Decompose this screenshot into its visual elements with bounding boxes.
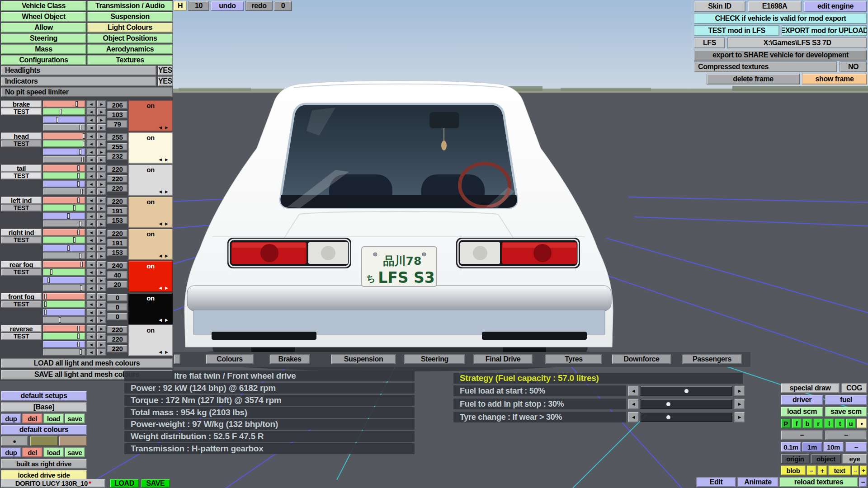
- history-count-value[interactable]: 0: [274, 1, 292, 11]
- light-test-button[interactable]: TEST: [1, 204, 42, 211]
- text-plus-button[interactable]: +: [860, 465, 867, 475]
- light-on-label[interactable]: on: [129, 262, 172, 270]
- light-name-brake[interactable]: brake: [1, 100, 42, 108]
- light-colour-swatch[interactable]: on◄►: [128, 261, 173, 292]
- light-on-label[interactable]: on: [129, 326, 172, 334]
- light-colour-swatch[interactable]: on◄►: [128, 164, 173, 196]
- step-right-button[interactable]: ►: [97, 172, 106, 179]
- default-setups-button[interactable]: default setups: [1, 391, 87, 401]
- slider-knob[interactable]: [44, 301, 47, 307]
- step-left-button[interactable]: ◄: [86, 132, 96, 140]
- swatch-cycle-arrows[interactable]: ◄►: [158, 157, 170, 162]
- light-slider-m[interactable]: [43, 156, 85, 163]
- light-value-g[interactable]: 103: [107, 111, 127, 118]
- light-slider-m[interactable]: [43, 348, 85, 356]
- light-colour-swatch[interactable]: on◄►: [128, 229, 173, 260]
- slider-knob[interactable]: [77, 165, 80, 171]
- redo-button[interactable]: redo: [245, 1, 273, 11]
- flag-button-r[interactable]: r: [813, 418, 823, 428]
- tab-steering[interactable]: Steering: [404, 354, 465, 364]
- step-left-button[interactable]: ◄: [86, 252, 96, 259]
- light-slider-g[interactable]: [43, 172, 85, 179]
- step-left-button[interactable]: ◄: [86, 341, 96, 348]
- grid-size-[interactable]: –: [845, 442, 867, 452]
- eye-button[interactable]: eye: [842, 454, 867, 464]
- light-value-g[interactable]: 191: [107, 239, 127, 247]
- step-right-button[interactable]: ►: [97, 316, 106, 324]
- step-left-button[interactable]: ◄: [86, 284, 96, 291]
- step-right-button[interactable]: ►: [97, 197, 106, 204]
- step-left-button[interactable]: ◄: [86, 348, 96, 356]
- slider-knob[interactable]: [80, 285, 82, 291]
- step-right-button[interactable]: ►: [97, 188, 106, 195]
- step-left-button[interactable]: ◄: [86, 309, 96, 316]
- light-on-label[interactable]: on: [129, 198, 172, 206]
- light-slider-m[interactable]: [43, 316, 85, 324]
- step-left-button[interactable]: ◄: [86, 244, 96, 252]
- light-slider-b[interactable]: [43, 277, 85, 284]
- text-minus-button[interactable]: –: [852, 465, 859, 475]
- light-value-b[interactable]: 20: [107, 281, 127, 288]
- step-right-button[interactable]: ►: [97, 212, 106, 220]
- light-slider-g[interactable]: [43, 108, 85, 115]
- step-left-button[interactable]: ◄: [86, 164, 96, 172]
- animate-button[interactable]: Animate: [737, 477, 778, 487]
- strategy-step-right[interactable]: ►: [734, 385, 745, 396]
- step-right-button[interactable]: ►: [97, 341, 106, 348]
- step-left-button[interactable]: ◄: [86, 116, 96, 123]
- step-left-button[interactable]: ◄: [86, 333, 96, 340]
- step-right-button[interactable]: ►: [97, 100, 106, 108]
- menu-item-aerodynamics[interactable]: Aerodynamics: [87, 44, 173, 54]
- history-step-value[interactable]: 10: [188, 1, 209, 11]
- slider-knob[interactable]: [77, 181, 80, 187]
- light-slider-b[interactable]: [43, 309, 85, 316]
- light-test-button[interactable]: TEST: [1, 300, 42, 308]
- dash-button-1[interactable]: –: [781, 430, 823, 440]
- colour-preset-1[interactable]: [30, 436, 58, 446]
- step-left-button[interactable]: ◄: [86, 300, 96, 308]
- light-value-r[interactable]: 0: [107, 294, 127, 301]
- menu-item-mass[interactable]: Mass: [1, 44, 86, 54]
- light-colour-swatch[interactable]: on◄►: [128, 197, 173, 228]
- light-colour-swatch[interactable]: on◄►: [128, 293, 173, 324]
- skin-id-label[interactable]: Skin ID: [694, 1, 745, 12]
- light-slider-r[interactable]: [43, 261, 85, 268]
- swatch-cycle-arrows[interactable]: ◄►: [158, 253, 170, 258]
- step-left-button[interactable]: ◄: [86, 124, 96, 131]
- light-test-button[interactable]: TEST: [1, 140, 42, 147]
- step-right-button[interactable]: ►: [97, 309, 106, 316]
- light-value-b[interactable]: 0: [107, 313, 127, 320]
- step-left-button[interactable]: ◄: [86, 293, 96, 300]
- blob-button[interactable]: blob: [781, 465, 806, 475]
- slider-knob[interactable]: [67, 245, 70, 251]
- strategy-step-left[interactable]: ◄: [628, 412, 639, 422]
- slider-knob[interactable]: [80, 349, 82, 355]
- tab-suspension[interactable]: Suspension: [331, 354, 396, 364]
- light-slider-b[interactable]: [43, 212, 85, 220]
- light-slider-g[interactable]: [43, 268, 85, 276]
- toggle-value-headlights[interactable]: YES: [158, 66, 173, 75]
- light-name-front-fog[interactable]: front fog: [1, 293, 42, 300]
- slider-knob[interactable]: [73, 205, 75, 211]
- locked-drive-side-button[interactable]: locked drive side: [1, 470, 87, 480]
- lfs-path-field[interactable]: X:\Games\LFS S3 7D: [727, 38, 867, 48]
- load-all-colours-button[interactable]: LOAD all light and mesh colours: [1, 358, 173, 368]
- fuel-button[interactable]: fuel: [825, 395, 867, 405]
- light-colour-swatch[interactable]: on◄►: [128, 325, 173, 356]
- swatch-cycle-arrows[interactable]: ◄►: [158, 221, 170, 226]
- special-draw-button[interactable]: special draw: [781, 383, 840, 393]
- light-slider-g[interactable]: [43, 140, 85, 147]
- step-right-button[interactable]: ►: [97, 220, 106, 227]
- light-slider-b[interactable]: [43, 341, 85, 348]
- light-slider-g[interactable]: [43, 300, 85, 308]
- slider-knob[interactable]: [60, 109, 62, 114]
- step-right-button[interactable]: ►: [97, 325, 106, 332]
- dup-button-setups-2[interactable]: dup: [1, 447, 21, 457]
- light-slider-r[interactable]: [43, 197, 85, 204]
- step-left-button[interactable]: ◄: [86, 316, 96, 324]
- tab-stub[interactable]: [174, 354, 180, 364]
- load-scm-button[interactable]: load scm: [781, 407, 823, 417]
- step-left-button[interactable]: ◄: [86, 100, 96, 108]
- edit-engine-button[interactable]: edit engine: [804, 1, 867, 12]
- strategy-slider-dot[interactable]: [666, 402, 670, 406]
